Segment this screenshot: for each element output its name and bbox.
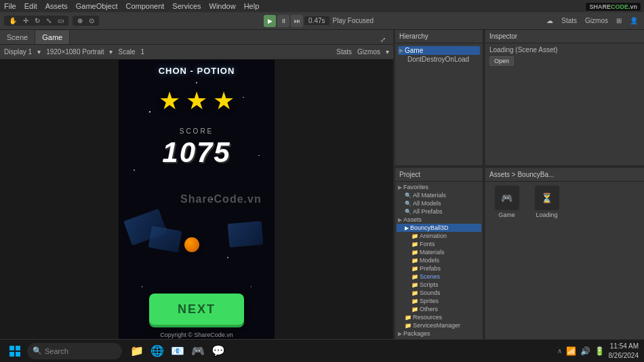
- tray-time-value: 11:54 AM: [609, 342, 639, 351]
- account-btn[interactable]: 👤: [628, 16, 640, 25]
- project-all-prefabs[interactable]: 🔍 All Prefabs: [397, 207, 481, 216]
- stats-btn[interactable]: Stats: [559, 16, 579, 25]
- star-2: ★: [186, 87, 207, 115]
- pivot-btn[interactable]: ⊕: [75, 16, 85, 25]
- menu-services[interactable]: Services: [172, 2, 201, 10]
- tray-expand[interactable]: ∧: [557, 347, 562, 355]
- project-resources[interactable]: 📁 Resources: [397, 313, 481, 321]
- tab-scene[interactable]: Scene: [0, 31, 35, 44]
- taskbar-app-2[interactable]: 🌐: [148, 342, 167, 361]
- maximize-btn[interactable]: ⤢: [378, 35, 388, 44]
- gizmos-link[interactable]: Gizmos: [357, 48, 380, 56]
- menu-file[interactable]: File: [4, 2, 16, 10]
- tree-item-dontdestroy[interactable]: DontDestroyOnLoad: [398, 55, 480, 64]
- collab-btn[interactable]: ☁: [544, 16, 555, 25]
- global-btn[interactable]: ⊙: [87, 16, 96, 25]
- tray-clock[interactable]: 11:54 AM 8/26/2024: [609, 342, 639, 361]
- rotate-tool[interactable]: ↻: [33, 16, 42, 25]
- project-tree: ▶ Favorites 🔍 All Materials 🔍 All Models: [395, 182, 483, 339]
- menu-component[interactable]: Component: [125, 2, 164, 10]
- project-packages[interactable]: ▶ Packages: [397, 329, 481, 338]
- project-materials[interactable]: 📁 Materials: [397, 248, 481, 256]
- project-sprites[interactable]: 📁 Sprites: [397, 297, 481, 305]
- project-favorites[interactable]: ▶ Favorites: [397, 183, 481, 191]
- transform-tools: ✋ ✛ ↻ ⤡ ▭: [4, 16, 68, 26]
- project-scenes[interactable]: 📁 Scenes: [397, 273, 481, 281]
- inspector-content-label: Loading (Scene Asset): [489, 46, 558, 54]
- asset-loading-label: Loading: [536, 212, 557, 218]
- score-value: 1075: [162, 136, 230, 169]
- step-button[interactable]: ⏭: [291, 15, 303, 27]
- taskbar-search-box[interactable]: 🔍 Search: [27, 343, 122, 359]
- project-models[interactable]: 📁 Models: [397, 256, 481, 264]
- hand-tool[interactable]: ✋: [7, 16, 19, 25]
- resources-label: Resources: [413, 314, 442, 321]
- inspector-title: Inspector: [489, 33, 517, 40]
- fonts-label: Fonts: [420, 241, 435, 247]
- windows-icon: [9, 346, 20, 357]
- play-button[interactable]: ▶: [264, 15, 276, 27]
- game-canvas: CHON - Potion ★ ★ ★ SCORE 1075 ShareCode…: [0, 60, 393, 339]
- gizmos-btn[interactable]: Gizmos: [583, 16, 610, 25]
- all-prefabs-label: All Prefabs: [413, 208, 443, 215]
- svg-rect-2: [9, 352, 14, 357]
- scale-tool[interactable]: ⤡: [44, 16, 54, 25]
- next-button-label: Next: [178, 302, 216, 317]
- stats-link[interactable]: Stats: [336, 48, 352, 56]
- resolution-select[interactable]: 1920×1080 Portrait: [46, 48, 104, 56]
- menu-window[interactable]: Window: [209, 2, 236, 10]
- move-tool[interactable]: ✛: [21, 16, 31, 25]
- project-animation[interactable]: 📁 Animation: [397, 232, 481, 240]
- project-scripts[interactable]: 📁 Scripts: [397, 281, 481, 289]
- taskbar-app-5[interactable]: 💬: [209, 342, 228, 361]
- taskbar-app-1[interactable]: 📁: [127, 342, 146, 361]
- tray-volume[interactable]: 🔊: [580, 346, 590, 356]
- tree-item-game[interactable]: ▶ Game: [398, 46, 480, 55]
- scenes-label: Scenes: [420, 273, 440, 280]
- inspector-content: Loading (Scene Asset) Open: [485, 43, 644, 165]
- sprites-label: Sprites: [420, 298, 439, 304]
- play-focused-btn[interactable]: Play Focused: [331, 16, 376, 25]
- menu-help[interactable]: Help: [244, 2, 260, 10]
- display-select[interactable]: Display 1: [4, 48, 32, 56]
- menu-bar: File Edit Assets GameObject Component Se…: [0, 0, 644, 12]
- taskbar: 🔍 Search 📁 🌐 📧 🎮 💬 ∧ 📶 🔊 🔋 11:54 AM 8/26…: [0, 339, 644, 362]
- project-prefabs[interactable]: 📁 Prefabs: [397, 264, 481, 273]
- layers-btn[interactable]: ⊞: [614, 16, 624, 25]
- floating-card-3: [227, 221, 263, 247]
- project-all-materials[interactable]: 🔍 All Materials: [397, 191, 481, 199]
- tray-battery[interactable]: 🔋: [595, 346, 605, 356]
- menu-gameobject[interactable]: GameObject: [76, 2, 118, 10]
- project-header: Project: [395, 168, 483, 182]
- start-button[interactable]: [5, 342, 24, 361]
- menu-assets[interactable]: Assets: [45, 2, 68, 10]
- sharecode-logo: SHARECODE.vn: [585, 2, 641, 12]
- pause-button[interactable]: ⏸: [277, 15, 289, 27]
- open-scene-button[interactable]: Open: [489, 56, 514, 66]
- project-others[interactable]: 📁 Others: [397, 305, 481, 313]
- taskbar-app-4[interactable]: 🎮: [188, 342, 207, 361]
- project-sounds[interactable]: 📁 Sounds: [397, 289, 481, 297]
- project-bouncyball[interactable]: ▶ BouncyBall3D: [397, 224, 481, 232]
- project-assets-root[interactable]: ▶ Assets: [397, 216, 481, 224]
- project-services[interactable]: 📁 ServicesManager: [397, 321, 481, 329]
- menu-edit[interactable]: Edit: [24, 2, 37, 10]
- taskbar-app-3[interactable]: 📧: [168, 342, 187, 361]
- models-label: Models: [420, 257, 439, 264]
- next-button[interactable]: Next: [149, 294, 244, 325]
- rect-tool[interactable]: ▭: [56, 16, 66, 25]
- main-content: Scene Game ⤢ Display 1 ▾ 1920×1080 Portr…: [0, 30, 644, 339]
- game-view-panel: Scene Game ⤢ Display 1 ▾ 1920×1080 Portr…: [0, 30, 393, 339]
- game-title: CHON - Potion: [159, 66, 235, 76]
- tree-label-dontdestroy: DontDestroyOnLoad: [407, 56, 469, 63]
- tray-network[interactable]: 📶: [566, 346, 576, 356]
- inspector-header: Inspector: [485, 30, 644, 43]
- project-fonts[interactable]: 📁 Fonts: [397, 240, 481, 248]
- search-placeholder: Search: [45, 347, 68, 355]
- taskbar-apps: 📁 🌐 📧 🎮 💬: [127, 342, 228, 361]
- tab-game[interactable]: Game: [35, 31, 70, 44]
- asset-loading[interactable]: ⏳ Loading: [528, 184, 565, 220]
- project-all-models[interactable]: 🔍 All Models: [397, 199, 481, 207]
- scale-value: 1: [141, 48, 145, 56]
- asset-game[interactable]: 🎮 Game: [488, 184, 525, 220]
